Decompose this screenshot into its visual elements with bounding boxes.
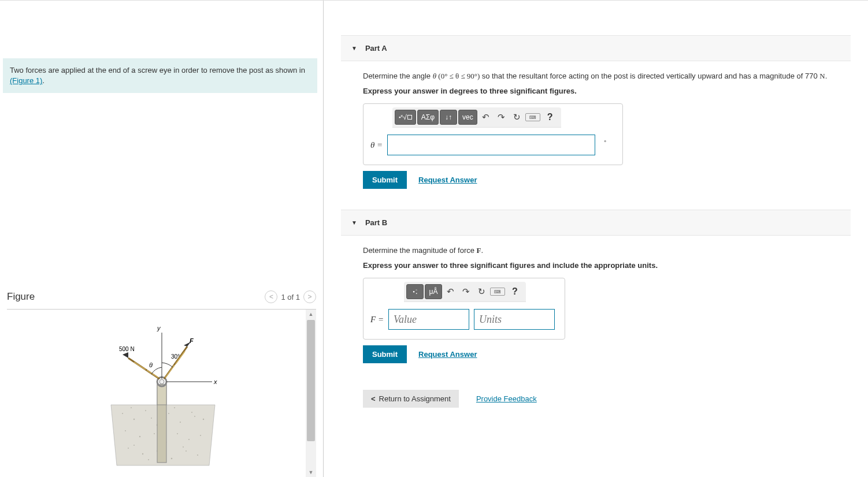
part-b-var: F	[477, 246, 481, 255]
templates-button[interactable]: ▪x√	[395, 110, 416, 125]
part-a-answer-box: ▪x√ ΑΣφ ↓↑ vec ↶ ↷ ↻ ⌨ ? θ = ∘	[363, 103, 623, 165]
svg-point-25	[133, 445, 135, 446]
angle-30-label: 30°	[171, 353, 180, 360]
svg-line-41	[147, 370, 158, 378]
part-b-title: Part B	[365, 218, 387, 227]
undo-button[interactable]: ↶	[478, 110, 493, 125]
problem-text-after: .	[42, 76, 44, 85]
svg-point-10	[154, 433, 155, 434]
reset-button[interactable]: ↻	[474, 284, 489, 299]
left-panel: Two forces are applied at the end of a s…	[0, 1, 324, 477]
return-label: Return to Assignment	[379, 394, 451, 403]
svg-point-27	[183, 446, 184, 448]
figure-prev-button[interactable]: <	[265, 290, 277, 303]
svg-point-16	[142, 453, 143, 454]
help-button[interactable]: ?	[506, 284, 524, 299]
figure-next-button[interactable]: >	[303, 290, 316, 303]
force-F-label: F	[190, 337, 194, 344]
part-a-submit-button[interactable]: Submit	[363, 171, 407, 189]
problem-text-before: Two forces are applied at the end of a s…	[10, 66, 305, 74]
vec-button[interactable]: vec	[458, 110, 477, 125]
y-axis-label: y	[157, 325, 161, 331]
svg-point-21	[131, 407, 132, 408]
figure-link[interactable]: (Figure 1)	[10, 76, 42, 85]
help-button[interactable]: ?	[541, 110, 559, 125]
part-b-units-input[interactable]	[474, 309, 555, 330]
scroll-down-icon[interactable]: ▼	[306, 468, 316, 477]
svg-point-4	[168, 413, 169, 414]
part-a-range: (0° ≤ θ ≤ 90°)	[436, 72, 482, 80]
redo-button[interactable]: ↷	[459, 284, 473, 299]
undo-button[interactable]: ↶	[443, 284, 458, 299]
svg-point-20	[197, 454, 198, 456]
part-b-request-link[interactable]: Request Answer	[418, 349, 477, 360]
part-a-unit-bold: N	[819, 72, 825, 80]
part-b-input-row: F =	[363, 302, 565, 339]
part-b-body: Determine the magnitude of force F. Expr…	[341, 236, 851, 372]
part-a-toolbar: ▪x√ ΑΣφ ↓↑ vec ↶ ↷ ↻ ⌨ ?	[392, 107, 561, 128]
part-a-request-link[interactable]: Request Answer	[418, 174, 477, 186]
part-b-answer-box: ▪▫▪ μÅ ↶ ↷ ↻ ⌨ ? F =	[363, 278, 565, 340]
part-b-actions: Submit Request Answer	[363, 345, 839, 363]
svg-point-32	[159, 379, 164, 384]
footer-row: < Return to Assignment Provide Feedback	[363, 390, 851, 408]
scroll-thumb[interactable]	[307, 320, 315, 441]
part-b-value-input[interactable]	[388, 309, 469, 330]
templates-button[interactable]: ▪▫▪	[406, 284, 424, 299]
svg-rect-30	[157, 385, 166, 405]
part-b-header[interactable]: ▼ Part B	[341, 210, 851, 236]
part-b-toolbar: ▪▫▪ μÅ ↶ ↷ ↻ ⌨ ?	[404, 282, 526, 302]
return-button[interactable]: < Return to Assignment	[363, 390, 459, 408]
reset-button[interactable]: ↻	[510, 110, 524, 125]
part-b-submit-button[interactable]: Submit	[363, 345, 407, 363]
svg-point-13	[188, 439, 190, 440]
svg-point-1	[133, 419, 135, 420]
svg-point-5	[180, 422, 181, 423]
figure-title: Figure	[7, 291, 35, 303]
part-b-instruction: Express your answer to three significant…	[363, 260, 839, 271]
keyboard-button[interactable]: ⌨	[490, 288, 505, 296]
part-a-prompt-end: .	[825, 72, 828, 80]
caret-down-icon: ▼	[351, 45, 357, 51]
part-a-instruction: Express your answer in degrees to three …	[363, 85, 839, 97]
redo-button[interactable]: ↷	[494, 110, 509, 125]
figure-pager: 1 of 1	[281, 293, 300, 301]
force-500N-label: 500 N	[119, 346, 135, 352]
svg-point-2	[145, 410, 146, 411]
part-b-prompt: Determine the magnitude of force F.	[363, 245, 839, 256]
svg-line-42	[134, 362, 146, 370]
part-a-block: ▼ Part A Determine the angle θ (0° ≤ θ ≤…	[341, 35, 851, 198]
keyboard-button[interactable]: ⌨	[525, 113, 540, 121]
units-button[interactable]: μÅ	[425, 284, 442, 299]
part-a-header[interactable]: ▼ Part A	[341, 35, 851, 61]
sqrt-icon: √	[403, 113, 407, 121]
svg-point-8	[125, 430, 126, 431]
subsup-button[interactable]: ↓↑	[440, 110, 457, 125]
figure-scrollbar[interactable]: ▲ ▼	[306, 310, 316, 477]
part-a-answer-input[interactable]	[387, 135, 595, 155]
feedback-link[interactable]: Provide Feedback	[476, 394, 537, 403]
part-b-var-label: F =	[370, 313, 384, 326]
part-a-prompt: Determine the angle θ (0° ≤ θ ≤ 90°) so …	[363, 70, 839, 82]
x-axis-label: x	[213, 378, 217, 385]
app-container: Two forces are applied at the end of a s…	[0, 0, 868, 477]
svg-point-6	[191, 412, 192, 413]
svg-point-0	[122, 413, 123, 414]
part-a-prompt-prefix: Determine the angle	[363, 72, 433, 80]
scroll-up-icon[interactable]: ▲	[306, 310, 316, 319]
figure-nav: < 1 of 1 >	[265, 290, 316, 303]
part-b-prompt-prefix: Determine the magnitude of force	[363, 246, 477, 255]
part-a-body: Determine the angle θ (0° ≤ θ ≤ 90°) so …	[341, 61, 851, 198]
svg-line-37	[165, 365, 175, 378]
greek-button[interactable]: ΑΣφ	[417, 110, 439, 125]
figure-section: Figure < 1 of 1 >	[0, 287, 323, 477]
svg-point-28	[148, 459, 149, 460]
part-a-var-label: θ =	[370, 139, 383, 152]
caret-down-icon: ▼	[351, 219, 357, 226]
figure-diagram: y x F	[99, 321, 227, 471]
svg-point-15	[128, 448, 129, 449]
part-a-actions: Submit Request Answer	[363, 171, 839, 189]
svg-point-22	[151, 418, 152, 419]
svg-point-9	[139, 436, 140, 437]
right-panel: ▼ Part A Determine the angle θ (0° ≤ θ ≤…	[324, 1, 868, 477]
